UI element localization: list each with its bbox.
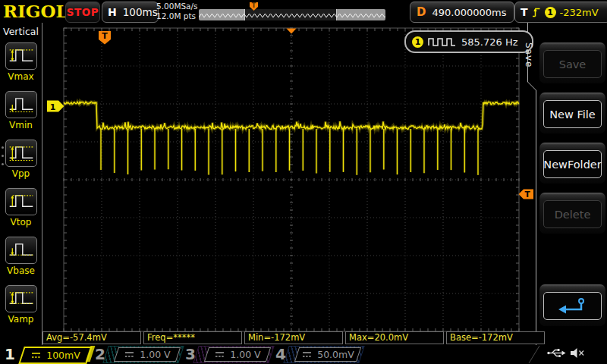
scope-display: TT1 bbox=[0, 0, 607, 364]
timeline-wave bbox=[199, 9, 385, 20]
channel-3-number: 3 bbox=[185, 345, 196, 363]
freq-value: 585.726 Hz bbox=[461, 36, 518, 48]
channel-2-scale: 1.00 V bbox=[140, 349, 170, 360]
coupling-dc-icon bbox=[301, 350, 313, 359]
measurement-avg: Avg=-57.4mV bbox=[42, 331, 141, 344]
channel-2-status[interactable]: 2 1.00 V bbox=[92, 345, 181, 364]
vtop-label: Vtop bbox=[0, 217, 42, 228]
delete-button-slot: Delete bbox=[539, 193, 605, 234]
channel-3-status[interactable]: 3 1.00 V bbox=[182, 345, 272, 364]
vbase-icon bbox=[5, 237, 37, 264]
vpp-label: Vpp bbox=[0, 168, 42, 179]
timebase-box: H 100ms bbox=[102, 2, 159, 23]
measurement-min: Min=-172mV bbox=[244, 331, 343, 344]
menu-page-dots bbox=[2, 146, 4, 171]
vmin-icon bbox=[5, 91, 37, 118]
timeline-thumbnail: T bbox=[199, 9, 385, 20]
delay-value: 490.000000ms bbox=[432, 7, 506, 18]
channel-4-number: 4 bbox=[275, 345, 286, 363]
oscilloscope-screen: TT1 RIGOL STOP H 100ms 5.00MSa/s 12.0M p… bbox=[0, 0, 607, 364]
trigger-level-value: -232mV bbox=[560, 7, 599, 18]
save-button-slot: Save bbox=[539, 42, 605, 83]
left-menu-title: Vertical bbox=[0, 26, 42, 37]
menu-item-vamp[interactable]: Vamp bbox=[0, 285, 42, 325]
vmax-label: Vmax bbox=[0, 71, 42, 82]
channel-1-scale-box: 100mV bbox=[18, 347, 92, 364]
trigger-label: T bbox=[521, 6, 528, 18]
delay-box: D 490.000000ms bbox=[410, 2, 514, 23]
vamp-icon bbox=[5, 285, 37, 312]
new-folder-button[interactable]: NewFolder bbox=[543, 150, 602, 178]
measurement-base: Base=-172mV bbox=[446, 331, 545, 344]
measurement-max: Max=20.0mV bbox=[345, 331, 444, 344]
channel-4-scale: 50.0mV bbox=[317, 349, 354, 360]
acquisition-info: 5.00MSa/s 12.0M pts bbox=[156, 2, 198, 21]
save-button[interactable]: Save bbox=[543, 50, 602, 78]
channel-1-number: 1 bbox=[5, 345, 15, 363]
new-folder-button-slot: NewFolder bbox=[539, 143, 605, 184]
channel-2-scale-box: 1.00 V bbox=[114, 347, 181, 362]
svg-text:1: 1 bbox=[50, 102, 56, 112]
sample-rate: 5.00MSa/s bbox=[156, 2, 198, 11]
channel-1-scale: 100mV bbox=[46, 350, 80, 361]
vpp-icon bbox=[5, 140, 37, 167]
channel-2-number: 2 bbox=[95, 345, 105, 363]
horizontal-label: H bbox=[108, 6, 117, 18]
channel-3-scale: 1.00 V bbox=[230, 349, 260, 360]
menu-item-vmax[interactable]: Vmax bbox=[0, 42, 42, 82]
measurement-row: Avg=-57.4mV Freq=***** Min=-172mV Max=20… bbox=[42, 331, 545, 344]
coupling-dc-icon bbox=[124, 350, 135, 359]
channel-status-bar: 1 100mV 2 bbox=[0, 345, 607, 364]
run-state-label: STOP bbox=[67, 6, 99, 18]
rigol-logo: RIGOL bbox=[3, 1, 68, 21]
channel-1-status[interactable]: 1 100mV bbox=[2, 345, 91, 364]
menu-item-vpp[interactable]: Vpp bbox=[0, 140, 42, 179]
svg-text:T: T bbox=[524, 190, 530, 199]
delay-label: D bbox=[417, 5, 426, 19]
frequency-counter: 1 585.726 Hz bbox=[404, 30, 533, 53]
trigger-source-badge: 1 bbox=[545, 7, 556, 18]
coupling-dc-icon bbox=[214, 350, 225, 359]
svg-text:T: T bbox=[252, 2, 256, 9]
menu-item-vtop[interactable]: Vtop bbox=[0, 188, 42, 228]
channel-3-scale-box: 1.00 V bbox=[204, 347, 271, 362]
measurement-freq: Freq=***** bbox=[143, 331, 242, 344]
back-button[interactable] bbox=[543, 292, 602, 320]
trigger-box: T 1 -232mV bbox=[514, 2, 607, 23]
vmin-label: Vmin bbox=[0, 120, 42, 130]
run-state-button[interactable]: STOP bbox=[65, 2, 100, 23]
new-file-button[interactable]: New File bbox=[543, 100, 602, 128]
vtop-icon bbox=[5, 188, 37, 215]
save-menu-tab: Save bbox=[524, 42, 534, 67]
timebase-value: 100ms bbox=[123, 6, 158, 18]
speaker-muted-icon bbox=[570, 347, 587, 359]
trigger-slope-icon bbox=[532, 7, 541, 17]
vmax-icon bbox=[5, 42, 37, 70]
back-button-slot bbox=[539, 284, 605, 326]
freq-channel-badge: 1 bbox=[412, 36, 423, 48]
usb-icon bbox=[546, 347, 566, 359]
menu-item-vmin[interactable]: Vmin bbox=[0, 91, 42, 130]
channel-4-scale-box: 50.0mV bbox=[294, 347, 361, 362]
memory-depth: 12.0M pts bbox=[156, 11, 198, 21]
coupling-dc-icon bbox=[30, 351, 42, 359]
vamp-label: Vamp bbox=[0, 314, 42, 325]
new-file-button-slot: New File bbox=[539, 93, 605, 133]
squarewave-icon bbox=[428, 36, 457, 47]
back-arrow-icon bbox=[555, 297, 590, 316]
menu-item-vbase[interactable]: Vbase bbox=[0, 237, 42, 276]
channel-4-status[interactable]: 4 50.0mV bbox=[272, 345, 362, 364]
vbase-label: Vbase bbox=[0, 265, 42, 276]
svg-text:T: T bbox=[102, 31, 108, 41]
delete-button[interactable]: Delete bbox=[543, 200, 602, 228]
